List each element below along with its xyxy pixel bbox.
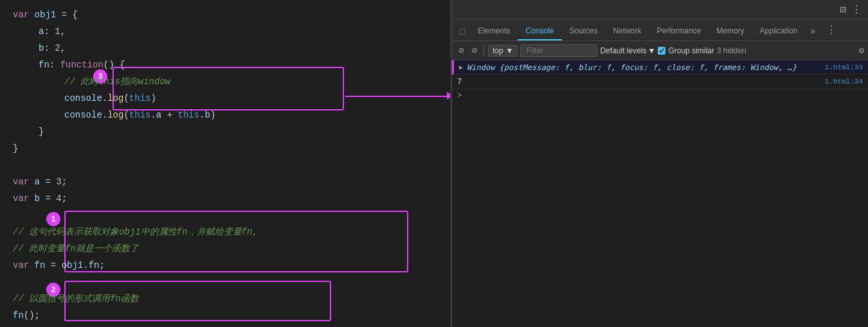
tab-application[interactable]: Application: [752, 22, 806, 40]
code-line-19: fn();: [0, 307, 450, 324]
default-levels-arrow: ▼: [648, 46, 656, 55]
console-row-window: ▶ Window {postMessage: f, blur: f, focus…: [452, 60, 868, 75]
code-line-1: var obj1 = {: [0, 6, 450, 23]
console-row-number: 7 1.html:34: [452, 75, 868, 89]
block-icon[interactable]: ⊘: [469, 44, 479, 57]
inspect-icon[interactable]: ⬚: [455, 22, 470, 40]
context-selector[interactable]: top ▼: [488, 45, 518, 57]
code-line-14: // 这句代码表示获取对象obj1中的属性fn，并赋给变量fn,: [0, 224, 450, 240]
keyword: var: [13, 6, 35, 23]
code-line-3: b: 2,: [0, 40, 450, 57]
code-line-5: // 此时this指向window: [0, 73, 450, 90]
console-prompt-row: >: [452, 89, 868, 103]
context-dropdown-icon: ▼: [506, 46, 514, 55]
prompt-arrow: >: [457, 91, 462, 100]
console-window-text: Window {postMessage: f, blur: f, focus: …: [467, 63, 825, 72]
console-location-1[interactable]: 1.html:33: [825, 64, 863, 71]
code-line-9: }: [0, 140, 450, 157]
devtools-menu-icon[interactable]: ⋮: [849, 2, 864, 17]
toolbar-divider-1: [484, 45, 484, 57]
console-number-text: 7: [457, 77, 462, 86]
code-line-11: var a = 3;: [0, 173, 450, 190]
code-line-16: var fn = obj1.fn;: [0, 257, 450, 274]
code-line-15: // 此时变量fn就是一个函数了: [0, 240, 450, 257]
console-location-2[interactable]: 1.html:34: [825, 78, 863, 85]
console-settings-icon[interactable]: ⚙: [859, 45, 864, 56]
tab-console[interactable]: Console: [518, 22, 561, 40]
code-line-10: [0, 157, 450, 173]
group-similar-text: Group similar: [668, 46, 714, 55]
tab-elements[interactable]: Elements: [470, 22, 518, 40]
expand-icon-window[interactable]: ▶: [459, 64, 463, 71]
context-value: top: [493, 46, 503, 55]
code-line-4: fn: function() {: [0, 57, 450, 73]
group-similar-label: Group similar: [668, 46, 714, 55]
code-line-17: [0, 274, 450, 290]
code-line-18: // 以圆括号的形式调用fn函数: [0, 290, 450, 307]
devtools-kebab-menu[interactable]: ⋮: [821, 20, 842, 40]
filter-input[interactable]: [520, 44, 597, 57]
devtools-panel: ⊡ ⋮ ⬚ Elements Console Sources Network P…: [451, 0, 868, 327]
dock-icon[interactable]: ⊡: [837, 2, 849, 17]
devtools-topbar: ⊡ ⋮: [452, 0, 868, 19]
console-output: ▶ Window {postMessage: f, blur: f, focus…: [452, 60, 868, 327]
clear-console-icon[interactable]: ⊘: [456, 44, 466, 57]
tab-sources[interactable]: Sources: [562, 22, 606, 40]
code-line-6: console.log(this): [0, 90, 450, 107]
hidden-count: 3 hidden: [717, 46, 746, 55]
tab-memory[interactable]: Memory: [709, 22, 752, 40]
default-levels-dropdown[interactable]: Default levels ▼: [600, 46, 655, 55]
code-line-7: console.log(this.a + this.b): [0, 107, 450, 123]
console-toolbar: ⊘ ⊘ top ▼ Default levels ▼ Group similar…: [452, 41, 868, 60]
code-line-8: }: [0, 123, 450, 140]
devtools-tabs: ⬚ Elements Console Sources Network Perfo…: [452, 19, 868, 41]
code-line-2: a: 1,: [0, 23, 450, 40]
default-levels-label: Default levels: [600, 46, 646, 55]
code-line-13: [0, 207, 450, 224]
tab-network[interactable]: Network: [606, 22, 649, 40]
more-tabs-icon[interactable]: »: [805, 22, 820, 40]
tab-performance[interactable]: Performance: [649, 22, 709, 40]
group-similar-checkbox[interactable]: [658, 47, 665, 55]
code-line-12: var b = 4;: [0, 190, 450, 207]
code-editor: var obj1 = { a: 1, b: 2, fn: function() …: [0, 0, 450, 327]
